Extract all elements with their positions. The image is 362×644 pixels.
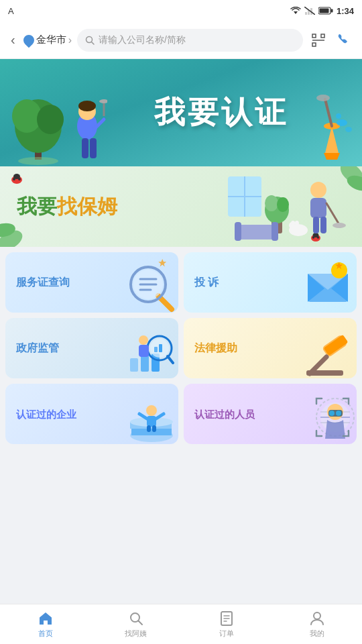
search-placeholder: 请输入公司名称/简称 [99, 34, 186, 46]
svg-point-50 [265, 195, 278, 211]
card-legal-aid[interactable]: 法律援助 [184, 318, 357, 378]
svg-line-110 [138, 621, 142, 625]
svg-line-99 [156, 414, 164, 419]
svg-rect-1 [305, 12, 307, 15]
scan-button[interactable] [308, 30, 328, 50]
svg-point-24 [99, 99, 107, 103]
carrier-label: A [8, 6, 14, 16]
person-icon [309, 610, 325, 627]
svg-point-18 [18, 157, 58, 165]
tab-orders[interactable]: 订单 [181, 610, 272, 639]
svg-point-108 [336, 411, 341, 416]
card-certified-company[interactable]: 认证过的企业 [5, 384, 178, 444]
card-company-label: 认证过的企业 [16, 407, 76, 421]
svg-point-107 [329, 411, 335, 416]
back-button[interactable]: ‹ [8, 30, 18, 50]
banner1-title: 我要认证 [154, 92, 288, 133]
company-illustration [125, 392, 178, 444]
svg-rect-96 [147, 425, 151, 432]
card-legal-label: 法律援助 [194, 341, 237, 356]
search-icon [85, 36, 95, 45]
status-right: 1:34 [290, 6, 354, 16]
svg-rect-7 [319, 9, 328, 13]
svg-rect-26 [90, 138, 97, 158]
home-icon [38, 610, 54, 627]
svg-point-55 [333, 223, 346, 228]
svg-rect-6 [330, 9, 333, 13]
svg-point-94 [146, 405, 157, 416]
svg-point-61 [295, 221, 299, 226]
location-icon [21, 32, 36, 48]
svg-rect-12 [312, 43, 316, 46]
cleaning-decoration [288, 86, 355, 166]
banner-certification[interactable]: 我要认证 [0, 59, 362, 166]
svg-point-60 [291, 221, 295, 226]
complaint-illustration [304, 260, 351, 307]
svg-rect-84 [159, 344, 162, 352]
card-service-cert[interactable]: 服务证查询 [5, 252, 178, 313]
svg-point-32 [316, 95, 330, 101]
person-vr-illustration [303, 392, 357, 444]
card-gov-label: 政府监管 [16, 341, 59, 356]
svg-rect-25 [82, 138, 88, 158]
character-icon [67, 99, 107, 166]
tab-bar: 首页 找阿姨 订单 我的 [0, 604, 362, 644]
document-icon [219, 610, 235, 627]
location-selector[interactable]: 金华市 › [23, 34, 72, 46]
svg-rect-53 [310, 198, 326, 218]
svg-rect-87 [139, 345, 149, 357]
card-complaint[interactable]: 投 诉 [184, 252, 357, 313]
header: ‹ 金华市 › 请输入公司名称/简称 [0, 21, 362, 59]
gavel-illustration [303, 330, 353, 377]
time-label: 1:34 [337, 6, 354, 16]
city-label: 金华市 [36, 34, 66, 46]
svg-marker-0 [294, 11, 298, 14]
phone-icon [337, 33, 351, 48]
tab-mine[interactable]: 我的 [272, 610, 362, 639]
tab-find-auntie[interactable]: 找阿姨 [90, 610, 181, 639]
card-certified-person[interactable]: 认证过的人员 [184, 384, 357, 444]
svg-marker-71 [158, 259, 166, 266]
svg-rect-11 [321, 34, 324, 38]
svg-point-28 [337, 119, 347, 126]
tab-home-label: 首页 [38, 629, 53, 639]
banner2-title: 我要找保姆 [17, 193, 117, 221]
content-area: 我要认证 [0, 59, 362, 604]
svg-line-31 [325, 99, 332, 126]
svg-point-30 [336, 113, 341, 119]
wifi-icon [290, 7, 301, 15]
scan-icon [310, 32, 326, 48]
svg-line-98 [139, 414, 147, 419]
svg-point-86 [139, 335, 148, 345]
svg-line-54 [326, 203, 339, 223]
svg-rect-83 [154, 347, 158, 352]
svg-rect-10 [312, 34, 316, 38]
room-illustration [221, 170, 355, 244]
phone-button[interactable] [334, 30, 354, 50]
banner-findnanny[interactable]: 我要找保姆 [0, 166, 362, 247]
magnify-illustration [121, 259, 178, 313]
svg-rect-78 [130, 358, 138, 372]
tab-orders-label: 订单 [219, 629, 234, 639]
card-complaint-label: 投 诉 [194, 275, 219, 290]
svg-point-29 [345, 127, 352, 132]
signal-icon [304, 7, 315, 15]
svg-point-21 [78, 101, 96, 111]
svg-point-51 [277, 197, 289, 212]
tab-home[interactable]: 首页 [0, 610, 90, 639]
svg-rect-57 [320, 217, 326, 233]
search-bar[interactable]: 请输入公司名称/简称 [77, 29, 303, 52]
card-gov-supervision[interactable]: 政府监管 [5, 318, 178, 378]
svg-point-16 [12, 99, 42, 133]
status-bar: A 1:34 [0, 0, 362, 21]
tab-mine-label: 我的 [310, 629, 324, 639]
svg-rect-95 [147, 416, 156, 427]
svg-point-115 [314, 612, 320, 619]
svg-point-17 [37, 105, 64, 134]
gov-illustration [125, 328, 178, 378]
battery-icon [318, 7, 333, 15]
svg-rect-63 [235, 222, 241, 241]
svg-rect-64 [272, 222, 278, 241]
search-tab-icon [128, 610, 144, 627]
ladybug-icon [10, 173, 23, 184]
